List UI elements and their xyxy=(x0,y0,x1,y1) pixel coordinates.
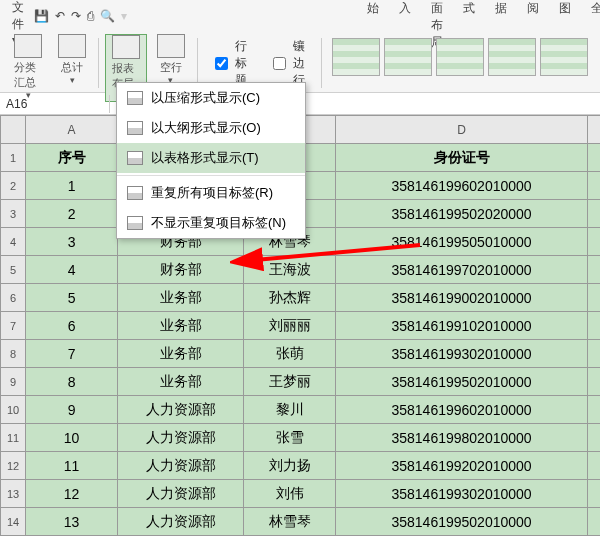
cell[interactable]: 刘伟 xyxy=(244,480,336,508)
cell[interactable]: 人力资源部 xyxy=(117,424,243,452)
cell[interactable]: 业务部 xyxy=(117,340,243,368)
cell[interactable]: 10 xyxy=(26,424,118,452)
row-header[interactable]: 14 xyxy=(1,508,26,536)
cell[interactable]: 王梦丽 xyxy=(244,368,336,396)
cell[interactable]: 11 xyxy=(26,452,118,480)
cell[interactable]: 35 xyxy=(588,396,600,424)
cell[interactable] xyxy=(588,172,600,200)
style-thumb[interactable] xyxy=(384,38,432,76)
cell[interactable]: 林雪琴 xyxy=(244,508,336,536)
cell[interactable]: 业务部 xyxy=(117,368,243,396)
cell[interactable]: 人力资源部 xyxy=(117,452,243,480)
dd-compact[interactable]: 以压缩形式显示(C) xyxy=(117,83,305,113)
row-header[interactable]: 5 xyxy=(1,256,26,284)
cell[interactable]: 王海波 xyxy=(244,256,336,284)
redo-icon[interactable]: ↷ xyxy=(71,8,81,24)
cell[interactable]: 35 xyxy=(588,480,600,508)
cell[interactable]: 5 xyxy=(26,284,118,312)
blank-rows-button[interactable]: 空行▾ xyxy=(151,34,191,85)
print-icon[interactable]: ⎙ xyxy=(87,8,94,24)
cell[interactable]: 35 xyxy=(588,340,600,368)
cell[interactable]: 358146199702010000 xyxy=(335,256,587,284)
row-header[interactable]: 4 xyxy=(1,228,26,256)
style-thumb[interactable] xyxy=(436,38,484,76)
cell[interactable]: 6 xyxy=(26,312,118,340)
cell[interactable]: 孙杰辉 xyxy=(244,284,336,312)
cell[interactable]: 358146199802010000 xyxy=(335,424,587,452)
cell[interactable]: 张雪 xyxy=(244,424,336,452)
row-header[interactable]: 7 xyxy=(1,312,26,340)
cell[interactable]: 8 xyxy=(26,368,118,396)
style-thumb[interactable] xyxy=(332,38,380,76)
style-thumb[interactable] xyxy=(540,38,588,76)
cell[interactable]: 12 xyxy=(26,480,118,508)
cell[interactable]: 1 xyxy=(26,172,118,200)
cell[interactable]: 身份证号 xyxy=(335,144,587,172)
cell[interactable]: 358146199602010000 xyxy=(335,396,587,424)
row-header[interactable]: 12 xyxy=(1,452,26,480)
preview-icon[interactable]: 🔍 xyxy=(100,8,115,24)
cell[interactable]: 358146199302010000 xyxy=(335,480,587,508)
cell[interactable]: 黎川 xyxy=(244,396,336,424)
cell[interactable]: 人力资源部 xyxy=(117,396,243,424)
cell[interactable]: 358146199502010000 xyxy=(335,508,587,536)
dd-outline[interactable]: 以大纲形式显示(O) xyxy=(117,113,305,143)
cell[interactable]: 隐 xyxy=(588,144,600,172)
row-header[interactable]: 3 xyxy=(1,200,26,228)
cell[interactable]: 358146199505010000 xyxy=(335,228,587,256)
dd-tabular[interactable]: 以表格形式显示(T) xyxy=(117,143,305,173)
cell[interactable]: 业务部 xyxy=(117,284,243,312)
cell[interactable]: 35 xyxy=(588,312,600,340)
col-header[interactable]: A xyxy=(26,116,118,144)
cell[interactable]: 刘丽丽 xyxy=(244,312,336,340)
dd-repeat-labels[interactable]: 重复所有项目标签(R) xyxy=(117,178,305,208)
undo-icon[interactable]: ↶ xyxy=(55,8,65,24)
dd-no-repeat-labels[interactable]: 不显示重复项目标签(N) xyxy=(117,208,305,238)
save-icon[interactable]: 💾 xyxy=(34,8,49,24)
cell[interactable]: 刘力扬 xyxy=(244,452,336,480)
cell[interactable]: 财务部 xyxy=(117,256,243,284)
cell[interactable]: 3 xyxy=(26,228,118,256)
cell[interactable]: 序号 xyxy=(26,144,118,172)
cell[interactable]: 358146199502010000 xyxy=(335,368,587,396)
cell[interactable]: 35 xyxy=(588,368,600,396)
row-header[interactable]: 11 xyxy=(1,424,26,452)
style-thumb[interactable] xyxy=(488,38,536,76)
layout-icon xyxy=(127,91,143,105)
cell[interactable]: 张萌 xyxy=(244,340,336,368)
row-header[interactable]: 13 xyxy=(1,480,26,508)
total-button[interactable]: 总计▾ xyxy=(52,34,92,85)
cell[interactable]: 人力资源部 xyxy=(117,480,243,508)
cell[interactable]: 35 xyxy=(588,424,600,452)
cell[interactable]: 人力资源部 xyxy=(117,508,243,536)
subtotal-button[interactable]: 分类汇总▾ xyxy=(8,34,48,100)
cell[interactable]: 35 xyxy=(588,452,600,480)
cell[interactable]: 9 xyxy=(26,396,118,424)
cell[interactable]: 7 xyxy=(26,340,118,368)
name-box[interactable]: A16 xyxy=(0,95,110,113)
cell[interactable]: 358146199302010000 xyxy=(335,340,587,368)
row-header[interactable]: 1 xyxy=(1,144,26,172)
cell[interactable]: 35 xyxy=(588,228,600,256)
col-header[interactable] xyxy=(588,116,600,144)
cell[interactable]: 2 xyxy=(26,200,118,228)
cell[interactable]: 13 xyxy=(26,508,118,536)
cell[interactable]: 358146199102010000 xyxy=(335,312,587,340)
cell[interactable]: 358146199202010000 xyxy=(335,452,587,480)
col-header[interactable]: D xyxy=(335,116,587,144)
select-all-corner[interactable] xyxy=(1,116,26,144)
cell[interactable]: 35 xyxy=(588,284,600,312)
cell[interactable]: 4 xyxy=(26,256,118,284)
row-header[interactable]: 6 xyxy=(1,284,26,312)
cell[interactable]: 358146199502020000 xyxy=(335,200,587,228)
cell[interactable]: 35 xyxy=(588,256,600,284)
cell[interactable]: 358146199002010000 xyxy=(335,284,587,312)
cell[interactable]: 35 xyxy=(588,508,600,536)
row-header[interactable]: 2 xyxy=(1,172,26,200)
row-header[interactable]: 8 xyxy=(1,340,26,368)
cell[interactable]: 35 xyxy=(588,200,600,228)
row-header[interactable]: 9 xyxy=(1,368,26,396)
cell[interactable]: 358146199602010000 xyxy=(335,172,587,200)
row-header[interactable]: 10 xyxy=(1,396,26,424)
cell[interactable]: 业务部 xyxy=(117,312,243,340)
